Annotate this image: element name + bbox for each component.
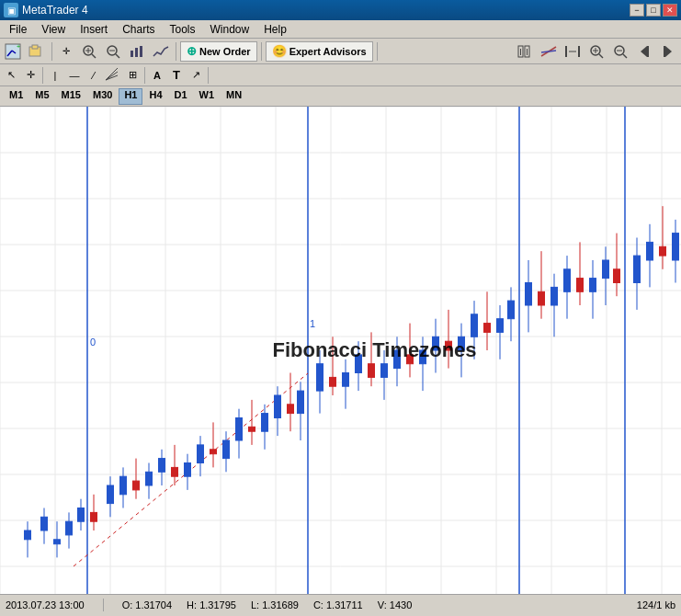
tf-m5[interactable]: M5 [29, 88, 54, 105]
svg-line-30 [623, 54, 627, 58]
toolbar-sep-4 [377, 42, 378, 61]
menu-view[interactable]: View [34, 21, 73, 38]
chart-canvas[interactable] [0, 107, 681, 594]
svg-line-7 [92, 54, 96, 58]
svg-marker-32 [641, 46, 647, 57]
menu-window[interactable]: Window [203, 21, 257, 38]
svg-marker-34 [665, 46, 672, 57]
scroll-right-button[interactable] [657, 41, 679, 62]
svg-rect-15 [140, 46, 142, 57]
arrow-tool[interactable]: ↖ [2, 66, 20, 85]
ea-icon: 😊 [272, 44, 287, 58]
minimize-button[interactable]: − [630, 4, 644, 17]
expert-advisors-button[interactable]: 😊 Expert Advisors [266, 41, 373, 62]
status-close: C: 1.31711 [313, 599, 363, 610]
toolbar1-right [514, 41, 679, 62]
status-volume: V: 1430 [378, 599, 413, 610]
indicators-button[interactable] [538, 41, 560, 62]
toolbar-sep-3 [261, 42, 262, 61]
tool-sep-3 [208, 67, 209, 84]
new-chart-button[interactable]: + [2, 41, 24, 62]
history-button[interactable] [514, 41, 536, 62]
title-bar: ▣ MetaTrader 4 − □ ✕ [0, 0, 681, 20]
period-sep-button[interactable] [562, 41, 584, 62]
status-right: 124/1 kb [637, 599, 675, 610]
line-chart-button[interactable] [150, 41, 172, 62]
crosshair-tool[interactable]: ✛ [21, 66, 40, 85]
tf-m15[interactable]: M15 [56, 88, 86, 105]
menu-file[interactable]: File [2, 21, 34, 38]
new-order-label: New Order [199, 46, 251, 57]
svg-line-26 [599, 54, 603, 58]
svg-rect-14 [135, 48, 138, 57]
trendline-tool[interactable]: ∕ [85, 66, 103, 85]
status-bar: 2013.07.23 13:00 O: 1.31704 H: 1.31795 L… [0, 594, 681, 614]
arrow-up-tool[interactable]: ↗ [187, 66, 205, 85]
menu-help[interactable]: Help [256, 21, 294, 38]
status-info: 124/1 kb [637, 599, 675, 610]
svg-line-11 [116, 54, 119, 58]
tool-sep-2 [144, 67, 145, 84]
ea-label: Expert Advisors [289, 46, 367, 57]
horizontal-line-tool[interactable]: — [65, 66, 84, 85]
crosshair-button[interactable]: ✛ [56, 41, 76, 62]
tf-m1[interactable]: M1 [4, 88, 28, 105]
zoom-in-button[interactable] [78, 41, 100, 62]
vertical-line-tool[interactable]: | [46, 66, 64, 85]
tf-d1[interactable]: D1 [169, 88, 193, 105]
zoom-out-button[interactable] [102, 41, 124, 62]
status-high: H: 1.31795 [187, 599, 236, 610]
status-datetime: 2013.07.23 13:00 [6, 599, 85, 610]
app-icon: ▣ [4, 3, 18, 17]
menu-bar: File View Insert Charts Tools Window Hel… [0, 20, 681, 39]
gann-tool[interactable] [104, 66, 122, 85]
open-button[interactable] [26, 41, 48, 62]
main-wrapper: ▣ MetaTrader 4 − □ ✕ File View Insert Ch… [0, 0, 681, 616]
tf-mn[interactable]: MN [221, 88, 247, 105]
new-order-button[interactable]: ⊕ New Order [180, 41, 257, 62]
svg-line-21 [541, 51, 556, 52]
title-bar-left: ▣ MetaTrader 4 [4, 3, 88, 17]
menu-tools[interactable]: Tools [163, 21, 203, 38]
toolbar-sep-2 [176, 42, 176, 61]
new-order-icon: ⊕ [187, 44, 197, 58]
toolbar2: ↖ ✛ | — ∕ ⊞ A T ↗ [0, 64, 681, 86]
chart-type-button[interactable] [126, 41, 148, 62]
status-open: O: 1.31704 [122, 599, 172, 610]
text-tool-A[interactable]: A [148, 66, 166, 85]
tf-m30[interactable]: M30 [87, 88, 118, 105]
timeframe-bar: M1 M5 M15 M30 H1 H4 D1 W1 MN [0, 86, 681, 107]
close-button[interactable]: ✕ [663, 4, 677, 17]
tool-sep-1 [42, 67, 43, 84]
svg-rect-5 [32, 45, 38, 49]
zoom-out2-button[interactable] [609, 41, 631, 62]
toolbar-sep-1 [51, 42, 52, 61]
title-bar-text: MetaTrader 4 [22, 4, 88, 17]
menu-insert[interactable]: Insert [73, 21, 115, 38]
chart-area[interactable]: Fibonacci Timezones [0, 107, 681, 594]
title-bar-buttons: − □ ✕ [630, 4, 677, 17]
grid-tool[interactable]: ⊞ [123, 66, 142, 85]
tf-h1[interactable]: H1 [119, 88, 142, 105]
tf-h4[interactable]: H4 [143, 88, 167, 105]
scroll-left-button[interactable] [633, 41, 655, 62]
text-tool-T[interactable]: T [167, 66, 186, 85]
status-sep-1 [103, 599, 104, 611]
svg-rect-13 [131, 51, 133, 57]
maximize-button[interactable]: □ [646, 4, 661, 17]
tf-w1[interactable]: W1 [194, 88, 221, 105]
toolbar1: + ✛ ⊕ New Order 😊 Expert Advisors [0, 39, 681, 64]
zoom-in2-button[interactable] [585, 41, 607, 62]
menu-charts[interactable]: Charts [115, 21, 162, 38]
svg-text:+: + [17, 43, 20, 50]
status-low: L: 1.31689 [251, 599, 299, 610]
